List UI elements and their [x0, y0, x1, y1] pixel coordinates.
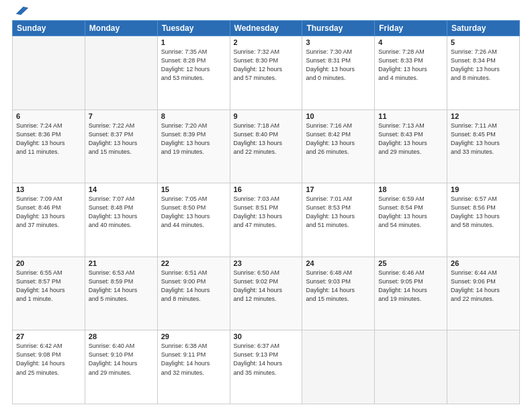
calendar-cell: 26Sunrise: 6:44 AM Sunset: 9:06 PM Dayli…: [447, 257, 520, 330]
calendar-cell: [447, 330, 520, 404]
calendar-cell: 19Sunrise: 6:57 AM Sunset: 8:56 PM Dayli…: [447, 183, 520, 257]
day-info: Sunrise: 7:01 AM Sunset: 8:53 PM Dayligh…: [306, 195, 371, 230]
day-number: 4: [378, 38, 443, 46]
day-info: Sunrise: 7:26 AM Sunset: 8:34 PM Dayligh…: [451, 48, 516, 83]
week-row-3: 13Sunrise: 7:09 AM Sunset: 8:46 PM Dayli…: [13, 183, 520, 257]
weekday-header-row: SundayMondayTuesdayWednesdayThursdayFrid…: [13, 21, 520, 36]
weekday-header-wednesday: Wednesday: [230, 21, 302, 36]
day-number: 26: [451, 259, 516, 267]
calendar-cell: 12Sunrise: 7:11 AM Sunset: 8:45 PM Dayli…: [447, 109, 520, 183]
day-number: 21: [89, 259, 154, 267]
day-number: 8: [161, 112, 226, 120]
logo-bird-icon: [13, 4, 28, 19]
week-row-5: 27Sunrise: 6:42 AM Sunset: 9:08 PM Dayli…: [13, 330, 520, 404]
day-info: Sunrise: 7:16 AM Sunset: 8:42 PM Dayligh…: [306, 122, 371, 156]
calendar-cell: [85, 36, 157, 110]
calendar-table: SundayMondayTuesdayWednesdayThursdayFrid…: [12, 20, 520, 404]
calendar-cell: 10Sunrise: 7:16 AM Sunset: 8:42 PM Dayli…: [302, 109, 375, 183]
header: [12, 7, 520, 16]
day-info: Sunrise: 7:30 AM Sunset: 8:31 PM Dayligh…: [306, 48, 371, 83]
day-info: Sunrise: 6:51 AM Sunset: 9:00 PM Dayligh…: [161, 269, 226, 304]
day-number: 9: [234, 112, 299, 120]
calendar-cell: 4Sunrise: 7:28 AM Sunset: 8:33 PM Daylig…: [375, 36, 447, 110]
day-number: 6: [16, 112, 81, 120]
day-info: Sunrise: 7:11 AM Sunset: 8:45 PM Dayligh…: [451, 122, 516, 156]
day-number: 1: [161, 38, 226, 46]
calendar-cell: 16Sunrise: 7:03 AM Sunset: 8:51 PM Dayli…: [230, 183, 302, 257]
calendar-cell: [302, 330, 375, 404]
day-info: Sunrise: 6:57 AM Sunset: 8:56 PM Dayligh…: [451, 195, 516, 230]
day-info: Sunrise: 6:38 AM Sunset: 9:11 PM Dayligh…: [161, 342, 226, 377]
week-row-4: 20Sunrise: 6:55 AM Sunset: 8:57 PM Dayli…: [13, 257, 520, 330]
day-number: 24: [306, 259, 371, 267]
weekday-header-friday: Friday: [375, 21, 447, 36]
calendar-cell: 25Sunrise: 6:46 AM Sunset: 9:05 PM Dayli…: [375, 257, 447, 330]
day-info: Sunrise: 7:05 AM Sunset: 8:50 PM Dayligh…: [161, 195, 226, 230]
calendar-cell: 30Sunrise: 6:37 AM Sunset: 9:13 PM Dayli…: [230, 330, 302, 404]
day-info: Sunrise: 7:20 AM Sunset: 8:39 PM Dayligh…: [161, 122, 226, 156]
calendar-cell: 20Sunrise: 6:55 AM Sunset: 8:57 PM Dayli…: [13, 257, 85, 330]
day-info: Sunrise: 7:03 AM Sunset: 8:51 PM Dayligh…: [234, 195, 299, 230]
week-row-1: 1Sunrise: 7:35 AM Sunset: 8:28 PM Daylig…: [13, 36, 520, 110]
calendar-cell: 14Sunrise: 7:07 AM Sunset: 8:48 PM Dayli…: [85, 183, 157, 257]
calendar-cell: 1Sunrise: 7:35 AM Sunset: 8:28 PM Daylig…: [157, 36, 230, 110]
calendar-cell: 22Sunrise: 6:51 AM Sunset: 9:00 PM Dayli…: [157, 257, 230, 330]
calendar-cell: 2Sunrise: 7:32 AM Sunset: 8:30 PM Daylig…: [230, 36, 302, 110]
day-number: 13: [16, 185, 81, 193]
week-row-2: 6Sunrise: 7:24 AM Sunset: 8:36 PM Daylig…: [13, 109, 520, 183]
day-info: Sunrise: 7:18 AM Sunset: 8:40 PM Dayligh…: [234, 122, 299, 156]
calendar-cell: 11Sunrise: 7:13 AM Sunset: 8:43 PM Dayli…: [375, 109, 447, 183]
day-info: Sunrise: 6:46 AM Sunset: 9:05 PM Dayligh…: [378, 269, 443, 304]
calendar-cell: [375, 330, 447, 404]
day-info: Sunrise: 7:22 AM Sunset: 8:37 PM Dayligh…: [89, 122, 154, 156]
weekday-header-sunday: Sunday: [13, 21, 85, 36]
weekday-header-saturday: Saturday: [447, 21, 520, 36]
calendar-cell: 17Sunrise: 7:01 AM Sunset: 8:53 PM Dayli…: [302, 183, 375, 257]
calendar-cell: 7Sunrise: 7:22 AM Sunset: 8:37 PM Daylig…: [85, 109, 157, 183]
calendar-cell: 24Sunrise: 6:48 AM Sunset: 9:03 PM Dayli…: [302, 257, 375, 330]
day-info: Sunrise: 6:59 AM Sunset: 8:54 PM Dayligh…: [378, 195, 443, 230]
day-number: 17: [306, 185, 371, 193]
day-info: Sunrise: 7:35 AM Sunset: 8:28 PM Dayligh…: [161, 48, 226, 83]
calendar-cell: 21Sunrise: 6:53 AM Sunset: 8:59 PM Dayli…: [85, 257, 157, 330]
calendar-cell: 27Sunrise: 6:42 AM Sunset: 9:08 PM Dayli…: [13, 330, 85, 404]
day-info: Sunrise: 6:48 AM Sunset: 9:03 PM Dayligh…: [306, 269, 371, 304]
day-number: 27: [16, 332, 81, 340]
calendar-cell: 23Sunrise: 6:50 AM Sunset: 9:02 PM Dayli…: [230, 257, 302, 330]
day-number: 2: [234, 38, 299, 46]
calendar-cell: [13, 36, 85, 110]
calendar-cell: 9Sunrise: 7:18 AM Sunset: 8:40 PM Daylig…: [230, 109, 302, 183]
day-number: 5: [451, 38, 516, 46]
day-number: 7: [89, 112, 154, 120]
day-info: Sunrise: 6:55 AM Sunset: 8:57 PM Dayligh…: [16, 269, 81, 304]
day-number: 28: [89, 332, 154, 340]
day-info: Sunrise: 6:40 AM Sunset: 9:10 PM Dayligh…: [89, 342, 154, 377]
weekday-header-monday: Monday: [85, 21, 157, 36]
day-number: 22: [161, 259, 226, 267]
calendar-cell: 5Sunrise: 7:26 AM Sunset: 8:34 PM Daylig…: [447, 36, 520, 110]
weekday-header-thursday: Thursday: [302, 21, 375, 36]
day-number: 29: [161, 332, 226, 340]
day-info: Sunrise: 6:53 AM Sunset: 8:59 PM Dayligh…: [89, 269, 154, 304]
day-number: 12: [451, 112, 516, 120]
calendar-cell: 8Sunrise: 7:20 AM Sunset: 8:39 PM Daylig…: [157, 109, 230, 183]
day-info: Sunrise: 6:42 AM Sunset: 9:08 PM Dayligh…: [16, 342, 81, 377]
day-number: 20: [16, 259, 81, 267]
calendar-cell: 13Sunrise: 7:09 AM Sunset: 8:46 PM Dayli…: [13, 183, 85, 257]
day-info: Sunrise: 6:44 AM Sunset: 9:06 PM Dayligh…: [451, 269, 516, 304]
day-info: Sunrise: 7:09 AM Sunset: 8:46 PM Dayligh…: [16, 195, 81, 230]
day-number: 23: [234, 259, 299, 267]
day-info: Sunrise: 7:32 AM Sunset: 8:30 PM Dayligh…: [234, 48, 299, 83]
logo: [12, 9, 28, 16]
calendar-cell: 28Sunrise: 6:40 AM Sunset: 9:10 PM Dayli…: [85, 330, 157, 404]
day-number: 30: [234, 332, 299, 340]
page: SundayMondayTuesdayWednesdayThursdayFrid…: [0, 0, 532, 411]
day-number: 19: [451, 185, 516, 193]
day-number: 16: [234, 185, 299, 193]
weekday-header-tuesday: Tuesday: [157, 21, 230, 36]
day-number: 15: [161, 185, 226, 193]
day-info: Sunrise: 6:50 AM Sunset: 9:02 PM Dayligh…: [234, 269, 299, 304]
day-info: Sunrise: 7:28 AM Sunset: 8:33 PM Dayligh…: [378, 48, 443, 83]
day-number: 14: [89, 185, 154, 193]
day-info: Sunrise: 7:07 AM Sunset: 8:48 PM Dayligh…: [89, 195, 154, 230]
